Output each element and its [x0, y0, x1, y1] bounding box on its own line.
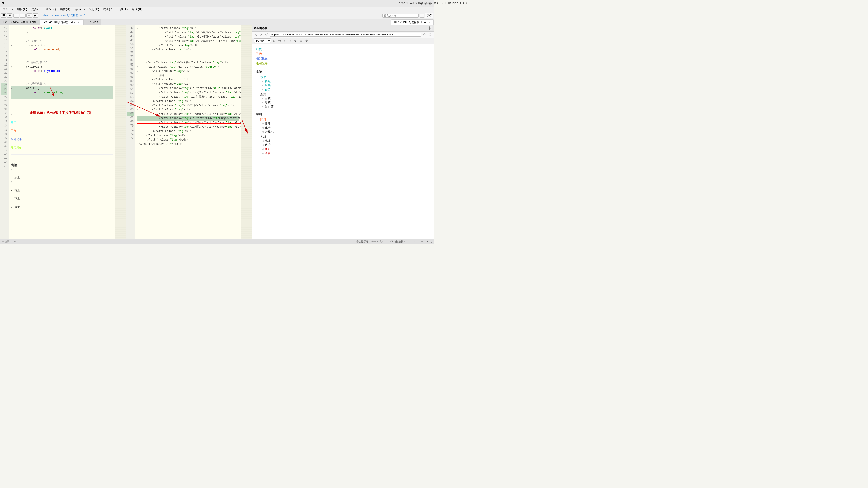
main-area: 1011121314151617181920212223242526272829…: [0, 25, 434, 239]
browser-food-list: • 水果 ○ 香蕉 ○ 苹果 ○ 香梨 • 蔬菜 ○ 白菜 ○ 油菜 ○ 卷心菜: [258, 75, 430, 109]
menu-file[interactable]: 文件(F): [1, 7, 15, 12]
menu-run[interactable]: 运行(R): [73, 7, 87, 12]
nav-link-tongyong[interactable]: 通用兄弟: [256, 61, 430, 66]
left-line-12: [11, 35, 113, 39]
browser-food-section: 食物 • 水果 ○ 香蕉 ○ 苹果 ○ 香梨 • 蔬菜 ○ 白菜: [256, 70, 430, 109]
browser-forward-btn[interactable]: ▷: [259, 33, 263, 36]
like-huaxue: ○ 化学: [262, 126, 430, 130]
left-line-28: [11, 103, 113, 108]
status-encoding: UTF-8: [408, 240, 415, 243]
left-line-41: 香蕉: [11, 184, 113, 193]
browser-content: 后代 子代 相邻兄弟 通用兄弟 食物 • 水果 ○ 香蕉 ○ 苹果 ○ 香梨: [252, 44, 434, 239]
left-line-40: ▾: [11, 180, 113, 184]
veggie-baicai-label: 白菜: [265, 97, 271, 100]
browser-tool-btn-3[interactable]: ◁: [283, 39, 287, 42]
right-line-57: 理科: [137, 73, 239, 78]
breadcrumb-demo[interactable]: demo: [43, 14, 49, 17]
toolbar-back-btn[interactable]: ←: [13, 13, 19, 18]
status-lang: HTML: [418, 240, 424, 243]
status-icon-2[interactable]: ⊞: [14, 240, 16, 243]
browser-bookmark-btn[interactable]: ☆: [422, 33, 427, 36]
right-line-49: <"attr">class="tag">li>卷心菜</"attr">class…: [137, 39, 239, 43]
browser-tool-btn-4[interactable]: ▷: [288, 39, 292, 42]
left-line-16: }: [11, 52, 113, 56]
left-line-13: /* 子代 */: [11, 39, 113, 43]
tab-p24[interactable]: P24-CSS组合选择器.html ×: [40, 20, 83, 25]
left-line-35: [11, 150, 113, 155]
filter-btn[interactable]: ≡: [420, 13, 424, 18]
browser-refresh-btn[interactable]: ↺: [265, 33, 269, 36]
right-code-content[interactable]: ▾ <"attr">class="tag">ul> <"attr">class=…: [135, 25, 241, 239]
browser-nav: 后代 子代 相邻兄弟 通用兄弟: [256, 47, 430, 66]
fruit-xiangli-label: 香梨: [265, 88, 271, 91]
menu-help[interactable]: 帮助(H): [130, 7, 144, 12]
browser-tool-btn-2[interactable]: ⊗: [278, 39, 282, 42]
tab-p21css[interactable]: P21.css: [84, 19, 101, 25]
browser-back-btn[interactable]: ◁: [254, 33, 258, 36]
toolbar-menu-btn[interactable]: ☰: [1, 13, 6, 18]
toolbar-run-btn[interactable]: ▶: [33, 13, 38, 18]
tab-p24-close[interactable]: ×: [78, 21, 80, 24]
fruit-xiangli: ○ 香梨: [262, 88, 430, 92]
fruit-pingguo-label: 苹果: [265, 84, 271, 87]
right-line-53: [137, 56, 239, 61]
browser-mode-select[interactable]: PC模式 手机模式: [254, 38, 271, 43]
left-line-39: 水果: [11, 171, 113, 180]
browser-url-input[interactable]: [270, 33, 421, 37]
right-line-73: </"attr">class="tag">html>: [137, 142, 239, 147]
breadcrumb-file[interactable]: P24-CSS组合选择器.html: [55, 14, 86, 17]
tabs-bar: P23-CSS基础选择器.html P24-CSS组合选择器.html × P2…: [0, 19, 434, 25]
like-huaxue-label: 化学: [265, 126, 271, 129]
fruit-xiangjiao: ○ 香蕉: [262, 79, 430, 84]
menu-view[interactable]: 视图(Z): [101, 7, 116, 12]
left-line-42: 苹果: [11, 193, 113, 201]
menu-tools[interactable]: 工具(T): [116, 7, 130, 12]
minimap-right: [241, 25, 252, 239]
browser-settings-btn[interactable]: ⚙: [428, 33, 432, 36]
browser-title-label: Web浏览器: [254, 26, 267, 30]
nav-link-houdan[interactable]: 后代: [256, 47, 430, 51]
right-line-59: ▾ <"attr">class="tag">ul>: [137, 82, 239, 86]
nav-link-zidai[interactable]: 子代: [256, 52, 430, 56]
left-line-31: 后代: [11, 116, 113, 125]
left-code-content[interactable]: color: cyan; } /* 子代 */▾ .course>li { co…: [9, 25, 115, 239]
toolbar-bookmark-btn[interactable]: ☆: [26, 13, 32, 18]
veggie-juanxin: ○ 卷心菜: [262, 105, 430, 109]
toolbar-forward-btn[interactable]: →: [20, 13, 26, 18]
right-line-58: </"attr">class="tag">li>: [137, 78, 239, 82]
status-icon-1[interactable]: ≡: [11, 240, 13, 243]
food-fruit-label: • 水果: [258, 75, 266, 79]
menu-publish[interactable]: 发行(U): [87, 7, 101, 12]
tab-right-p24[interactable]: P24-CSS组合选择器.html ×: [391, 20, 434, 25]
browser-close-btn[interactable]: ×: [430, 26, 432, 31]
right-line-67: <"attr">class="tag">li "attr">id="zz">政治…: [137, 116, 239, 121]
left-line-24: ▾ #zz~li {: [11, 86, 113, 91]
browser-panel: Web浏览器 × ◁ ▷ ↺ ☆ ⚙ PC模式 手机模式 ⊕ ⊗ ◁ ▷ ↺ ☆…: [252, 25, 434, 239]
left-editor: 1011121314151617181920212223242526272829…: [0, 25, 115, 239]
toolbar-new-btn[interactable]: ⊞: [7, 13, 12, 18]
left-line-14: ▾ .course>li {: [11, 43, 113, 48]
browser-tool-btn-7[interactable]: ⚙: [305, 39, 309, 42]
right-line-66: <"attr">class="tag">li>地理</"attr">class=…: [137, 112, 239, 116]
veggie-youcai-label: 油菜: [265, 101, 271, 104]
browser-tool-btn-6[interactable]: ☆: [299, 39, 303, 42]
tab-p23[interactable]: P23-CSS基础选择器.html: [0, 19, 40, 25]
veggie-youcai: ○ 油菜: [262, 101, 430, 105]
menu-find[interactable]: 查找(J): [44, 7, 58, 12]
browser-subject-section: 学科 • 理科 ○ 物理 ○ 化学 ○ 计算机 • 文科 ○ 地理: [256, 112, 430, 155]
left-line-18: /* 相邻兄弟 */: [11, 61, 113, 65]
file-search-input[interactable]: [382, 13, 418, 18]
status-login[interactable]: 未登录: [2, 240, 9, 243]
menu-edit[interactable]: 编辑(E): [16, 7, 29, 12]
browser-tool-btn-5[interactable]: ↺: [293, 39, 298, 42]
tab-right-close[interactable]: ×: [429, 21, 430, 24]
menu-select[interactable]: 选择(S): [30, 7, 43, 12]
wenke-yuyan: ○ 语言: [262, 151, 430, 155]
browser-tool-btn-1[interactable]: ⊕: [272, 39, 276, 42]
nav-link-xianglin[interactable]: 相邻兄弟: [256, 57, 430, 61]
preview-btn[interactable]: 预览: [425, 13, 433, 18]
left-line-11: }: [11, 31, 113, 35]
right-line-48: <"attr">class="tag">li>油菜</"attr">class=…: [137, 35, 239, 39]
right-line-46: ▾ <"attr">class="tag">ul>: [137, 26, 239, 31]
menu-goto[interactable]: 跳转(G): [58, 7, 72, 12]
